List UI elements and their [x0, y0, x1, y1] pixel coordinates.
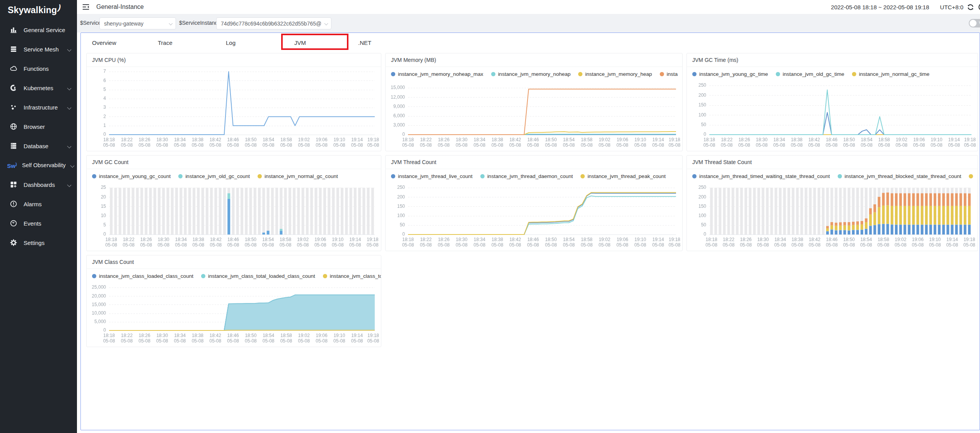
legend-label: insta	[667, 71, 678, 77]
legend-dot-icon	[838, 174, 842, 178]
sidebar-item-events[interactable]: Events	[0, 214, 77, 233]
sidebar-item-functions[interactable]: Functions	[0, 59, 77, 78]
chart-title: JVM Thread Count	[386, 156, 682, 169]
legend-item[interactable]: instance_jvm_thread_peak_count	[580, 173, 666, 179]
legend-item[interactable]: instance_jvm_thread_daemon_count	[480, 173, 573, 179]
legend-label: instance_jvm_class_loaded_class_count	[99, 273, 193, 279]
gear-icon	[9, 239, 18, 246]
chart-title: JVM GC Time (ms)	[687, 53, 978, 67]
legend-item[interactable]: instance_jvm_class_total_loaded_class_co…	[201, 273, 315, 279]
legend-item[interactable]: instance_jvm_memory_heap	[578, 71, 652, 77]
skywalking-logo[interactable]: Skywalking )	[0, 0, 77, 20]
chart-legend: instance_jvm_class_loaded_class_countins…	[87, 269, 381, 283]
sidebar-item-dashboards[interactable]: Dashboards	[0, 175, 77, 194]
tab-jvm[interactable]: JVM	[294, 35, 306, 51]
chart-card-jvm-gc-count: JVM GC Countinstance_jvm_young_gc_counti…	[86, 155, 381, 251]
menu-fold-icon[interactable]	[82, 3, 90, 11]
legend-dot-icon	[580, 174, 585, 178]
instance-select-value: 74d96c778c694c6b9b6322c62d55b765@192.168	[221, 21, 321, 27]
logo-swoosh-icon: )	[57, 3, 62, 12]
legend-label: instance_jvm_normal_gc_count	[265, 173, 338, 179]
sidebar: Skywalking ) General ServiceService Mesh…	[0, 0, 77, 433]
sidebar-item-kubernetes[interactable]: Kubernetes	[0, 78, 77, 98]
legend-item[interactable]: instance_jvm_normal_gc_time	[852, 71, 929, 77]
legend-label: instance_jvm_old_gc_count	[185, 173, 250, 179]
legend-dot-icon	[692, 174, 697, 178]
clock-icon[interactable]	[976, 3, 980, 11]
service-select[interactable]: shenyu-gateway	[99, 17, 176, 29]
legend-dot-icon	[391, 174, 395, 178]
legend-item[interactable]: instance_jvm_young_gc_time	[692, 71, 768, 77]
chart-plot-jvm-gc-count[interactable]	[87, 183, 381, 251]
chart-card-jvm-class-count: JVM Class Countinstance_jvm_class_loaded…	[86, 255, 381, 347]
sidebar-item-alarms[interactable]: Alarms	[0, 194, 77, 214]
chart-legend: instance_jvm_young_gc_countinstance_jvm_…	[87, 169, 381, 183]
chart-plot-jvm-thread-state-count[interactable]	[687, 183, 978, 251]
service-label: $Service	[80, 20, 101, 26]
jvm-tab-highlight-box	[281, 34, 348, 50]
legend-dot-icon	[491, 72, 495, 76]
timezone-label[interactable]: UTC+8:0	[940, 4, 963, 10]
chart-title: JVM Class Count	[87, 255, 381, 269]
sidebar-item-settings[interactable]: Settings	[0, 233, 77, 252]
grid-icon	[9, 181, 18, 188]
sidebar-item-infrastructure[interactable]: Infrastructure	[0, 98, 77, 117]
sidebar-item-browser[interactable]: Browser	[0, 117, 77, 136]
tab-log[interactable]: Log	[226, 35, 236, 51]
legend-dot-icon	[480, 174, 485, 178]
alert-icon	[9, 200, 18, 208]
chart-legend: instance_jvm_thread_live_countinstance_j…	[386, 169, 682, 183]
chart-plot-jvm-thread-count[interactable]	[386, 183, 682, 251]
legend-item[interactable]: instance_jvm_class_to	[323, 273, 381, 279]
sw-logo-icon: Sw)	[8, 161, 16, 169]
legend-dot-icon	[660, 72, 664, 76]
legend-item[interactable]: insta	[660, 71, 678, 77]
sidebar-item-label: Self Observability	[22, 162, 66, 168]
top-header: General-Instance 2022-05-08 18:18 ~ 2022…	[77, 0, 980, 14]
tab-trace[interactable]: Trace	[158, 35, 172, 51]
legend-label: instance_jvm_memory_noheap	[498, 71, 571, 77]
chart-plot-jvm-class-count[interactable]	[87, 283, 381, 347]
legend-item[interactable]: instance_jvm_memory_noheap_max	[391, 71, 483, 77]
sidebar-item-general-service[interactable]: General Service	[0, 20, 77, 39]
sidebar-menu: General ServiceService MeshFunctionsKube…	[0, 20, 77, 252]
legend-item[interactable]: instance_jvm_class_loaded_class_count	[92, 273, 193, 279]
chart-title: JVM Thread State Count	[687, 156, 978, 169]
sidebar-item-self-observability[interactable]: Sw)Self Observability	[0, 156, 77, 175]
edit-mode-toggle[interactable]: V	[969, 19, 980, 27]
sidebar-item-database[interactable]: Database	[0, 136, 77, 156]
legend-item[interactable]	[969, 174, 976, 178]
chart-plot-jvm-memory-mb-[interactable]	[386, 81, 682, 151]
time-range[interactable]: 2022-05-08 18:18 ~ 2022-05-08 19:18	[831, 4, 929, 10]
legend-item[interactable]: instance_jvm_old_gc_count	[178, 173, 250, 179]
legend-item[interactable]: instance_jvm_normal_gc_count	[258, 173, 338, 179]
tab--net[interactable]: .NET	[358, 35, 371, 51]
toggle-knob	[970, 20, 977, 27]
logo-text: Skywalking	[8, 5, 57, 15]
legend-label: instance_jvm_thread_daemon_count	[487, 173, 573, 179]
sidebar-item-label: Functions	[24, 65, 49, 72]
legend-dot-icon	[852, 72, 856, 76]
instance-select[interactable]: 74d96c778c694c6b9b6322c62d55b765@192.168	[216, 17, 331, 29]
legend-item[interactable]: instance_jvm_thread_timed_waiting_state_…	[692, 173, 830, 179]
legend-label: instance_jvm_normal_gc_time	[859, 71, 929, 77]
chart-plot-jvm-gc-time-ms-[interactable]	[687, 81, 978, 151]
chart-title: JVM Memory (MB)	[386, 53, 682, 67]
chart-plot-jvm-cpu-[interactable]	[87, 67, 381, 151]
topbar-right: 2022-05-08 18:18 ~ 2022-05-08 19:18 UTC+…	[831, 0, 980, 14]
legend-item[interactable]: instance_jvm_memory_noheap	[491, 71, 571, 77]
sidebar-item-service-mesh[interactable]: Service Mesh	[0, 39, 77, 59]
legend-item[interactable]: instance_jvm_young_gc_count	[92, 173, 171, 179]
tab-overview[interactable]: Overview	[92, 35, 116, 51]
legend-item[interactable]: instance_jvm_old_gc_time	[776, 71, 844, 77]
layers-icon	[9, 45, 18, 53]
refresh-icon[interactable]	[966, 3, 975, 11]
sidebar-item-label: Browser	[24, 123, 45, 130]
legend-item[interactable]: instance_jvm_thread_blocked_state_thread…	[838, 173, 961, 179]
legend-label: instance_jvm_old_gc_time	[783, 71, 844, 77]
legend-item[interactable]: instance_jvm_thread_live_count	[391, 173, 473, 179]
chart-card-jvm-memory-mb-: JVM Memory (MB)instance_jvm_memory_nohea…	[385, 53, 683, 151]
sidebar-item-label: Service Mesh	[24, 46, 59, 53]
sidebar-item-label: Settings	[24, 240, 44, 246]
legend-label: instance_jvm_class_total_loaded_class_co…	[208, 273, 315, 279]
